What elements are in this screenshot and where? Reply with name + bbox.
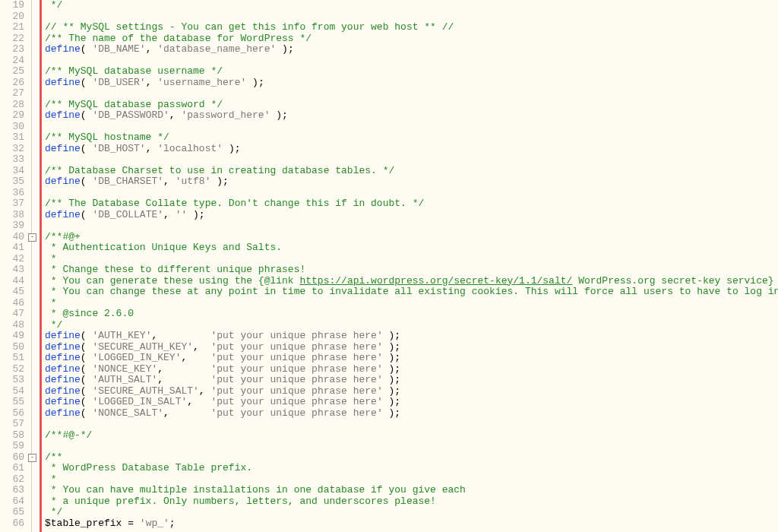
line-number: 43 (0, 264, 24, 276)
fold-guide-line (31, 0, 32, 532)
code-line[interactable]: define( 'NONCE_KEY', 'put your unique ph… (45, 364, 778, 375)
code-line[interactable]: /**#@-*/ (45, 430, 778, 442)
token-str: 'put your unique phrase here' (210, 374, 382, 385)
line-number: 60 (0, 452, 24, 464)
code-line[interactable]: * (45, 254, 778, 265)
fold-toggle[interactable]: - (28, 454, 36, 462)
line-number: 52 (0, 364, 24, 375)
token-pun: ( (81, 341, 93, 353)
code-line[interactable]: // ** MySQL settings - You can get this … (45, 22, 778, 33)
code-line[interactable]: define( 'DB_NAME', 'database_name_here' … (45, 44, 778, 55)
line-number: 55 (0, 397, 24, 408)
token-cmt: * Change these to different unique phras… (45, 264, 305, 275)
code-line[interactable]: define( 'DB_PASSWORD', 'password_here' )… (45, 110, 778, 122)
token-str: 'put your unique phrase here' (210, 396, 382, 407)
line-number: 38 (0, 210, 24, 221)
code-line[interactable] (45, 11, 778, 23)
code-line[interactable]: define( 'DB_CHARSET', 'utf8' ); (45, 176, 778, 188)
line-number: 35 (0, 176, 24, 188)
code-line[interactable]: /** MySQL database username */ (45, 66, 778, 78)
code-area[interactable]: */ // ** MySQL settings - You can get th… (42, 0, 778, 532)
line-number: 40 (0, 232, 24, 243)
code-line[interactable] (45, 154, 778, 166)
code-line[interactable]: define( 'NONCE_SALT', 'put your unique p… (45, 408, 778, 420)
line-number: 53 (0, 375, 24, 386)
code-line[interactable]: * a unique prefix. Only numbers, letters… (45, 496, 778, 508)
code-line[interactable]: * (45, 298, 778, 309)
code-line[interactable]: * WordPress Database Table prefix. (45, 463, 778, 474)
code-line[interactable] (45, 122, 778, 133)
code-editor[interactable]: 1920212223242526272829303132333435363738… (0, 0, 778, 532)
token-pun: ); (223, 143, 240, 154)
fold-toggle[interactable]: - (28, 233, 36, 242)
code-line[interactable]: define( 'SECURE_AUTH_KEY', 'put your uni… (45, 342, 778, 353)
token-pun: ( (81, 143, 93, 154)
code-line[interactable] (45, 220, 778, 232)
code-line[interactable]: /** Database Charset to use in creating … (45, 166, 778, 177)
token-pun: ; (169, 518, 176, 529)
line-number: 62 (0, 474, 24, 486)
token-str: 'DB_CHARSET' (92, 176, 163, 187)
line-number: 41 (0, 242, 24, 254)
line-number: 21 (0, 22, 24, 33)
code-line[interactable]: * You can generate these using the {@lin… (45, 276, 778, 287)
code-line[interactable]: define( 'DB_HOST', 'localhost' ); (45, 144, 778, 155)
code-line[interactable]: /** (45, 452, 778, 464)
line-number: 36 (0, 188, 24, 199)
code-line[interactable]: /** MySQL hostname */ (45, 132, 778, 144)
line-number: 54 (0, 386, 24, 397)
code-line[interactable]: /** MySQL database password */ (45, 100, 778, 111)
code-line[interactable] (45, 88, 778, 100)
code-line[interactable] (45, 441, 778, 452)
token-kw: define (45, 77, 81, 88)
code-line[interactable]: define( 'LOGGED_IN_SALT', 'put your uniq… (45, 397, 778, 408)
token-str: 'put your unique phrase here' (210, 363, 382, 375)
token-pun: ( (81, 352, 93, 363)
code-line[interactable] (45, 55, 778, 67)
code-line[interactable] (45, 188, 778, 199)
code-line[interactable]: $table_prefix = 'wp_'; (45, 518, 778, 530)
token-pun: , (193, 341, 210, 353)
token-cmt: /** Database Charset to use in creating … (45, 165, 394, 176)
token-pun: ( (81, 396, 93, 407)
code-line[interactable]: * You can have multiple installations in… (45, 485, 778, 496)
code-line[interactable]: define( 'DB_USER', 'username_here' ); (45, 78, 778, 89)
code-line[interactable]: define( 'AUTH_SALT', 'put your unique ph… (45, 375, 778, 386)
code-line[interactable]: define( 'LOGGED_IN_KEY', 'put your uniqu… (45, 353, 778, 364)
code-line[interactable]: define( 'SECURE_AUTH_SALT', 'put your un… (45, 386, 778, 397)
code-line[interactable]: * Change these to different unique phras… (45, 264, 778, 276)
code-line[interactable]: * Authentication Unique Keys and Salts. (45, 242, 778, 254)
token-pun: ); (383, 407, 400, 419)
code-line[interactable]: define( 'AUTH_KEY', 'put your unique phr… (45, 331, 778, 342)
code-line[interactable]: define( 'DB_COLLATE', '' ); (45, 210, 778, 221)
line-number: 59 (0, 441, 24, 452)
line-number: 51 (0, 353, 24, 364)
line-number: 39 (0, 220, 24, 232)
token-str: 'SECURE_AUTH_KEY' (92, 341, 193, 353)
line-number: 42 (0, 254, 24, 265)
line-number: 64 (0, 496, 24, 508)
code-line[interactable]: */ (45, 320, 778, 331)
code-line[interactable]: /** The name of the database for WordPre… (45, 33, 778, 45)
code-line[interactable]: * @since 2.6.0 (45, 309, 778, 320)
token-pun: , (151, 330, 210, 341)
code-line[interactable]: * You can change these at any point in t… (45, 287, 778, 298)
code-line[interactable]: */ (45, 0, 778, 11)
line-number: 30 (0, 122, 24, 133)
token-str: 'DB_PASSWORD' (92, 109, 169, 121)
token-lnk[interactable]: https://api.wordpress.org/secret-key/1.1… (299, 275, 572, 287)
line-number: 57 (0, 419, 24, 430)
token-str: '' (176, 209, 188, 220)
code-line[interactable]: */ (45, 507, 778, 518)
code-line[interactable]: /**#@+ (45, 232, 778, 243)
line-number: 50 (0, 342, 24, 353)
token-pun: ); (383, 385, 400, 397)
code-line[interactable] (45, 419, 778, 430)
token-cmt: /** MySQL hostname */ (45, 131, 169, 143)
line-number: 61 (0, 463, 24, 474)
token-str: 'username_here' (157, 77, 246, 88)
code-line[interactable]: * (45, 474, 778, 486)
token-cmt: * You can change these at any point in t… (45, 286, 778, 297)
code-line[interactable]: /** The Database Collate type. Don't cha… (45, 198, 778, 210)
token-cmt: */ (45, 319, 62, 331)
